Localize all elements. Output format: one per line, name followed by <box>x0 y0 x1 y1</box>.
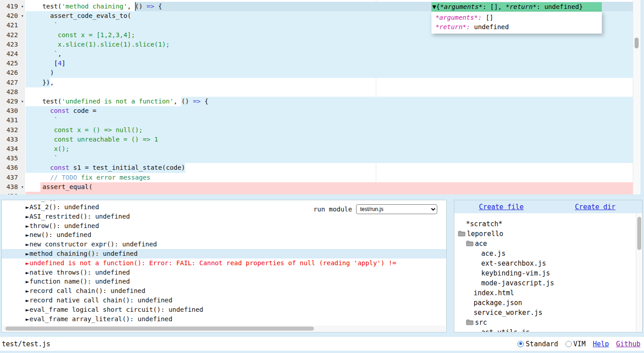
test-result-row[interactable]: ►new constructor expr(): undefined <box>2 240 446 249</box>
editor-scrollbar-thumb[interactable] <box>635 38 639 48</box>
test-result-row[interactable]: ►function name(): undefined <box>2 277 446 286</box>
file-tree-row[interactable]: keybinding-vim.js <box>454 268 636 278</box>
status-bar-right: Standard VIM Help Github <box>518 340 640 348</box>
code-token: 'undefined is not a function' <box>61 98 174 105</box>
expand-arrow-icon[interactable]: ► <box>26 200 29 202</box>
code-token: test( <box>27 3 61 10</box>
github-link[interactable]: Github <box>616 340 640 348</box>
expand-arrow-icon[interactable]: ► <box>26 316 29 323</box>
code-line[interactable]: x.slice(1).slice(1).slice(1); <box>0 40 633 49</box>
test-result-row[interactable]: ►throw(): undefined <box>2 221 446 231</box>
expand-arrow-icon[interactable]: ► <box>26 213 29 220</box>
code-line[interactable]: [4] <box>0 59 633 68</box>
code-token <box>27 116 54 124</box>
expand-arrow-icon[interactable]: ► <box>26 269 29 276</box>
radio-unselected-icon[interactable] <box>566 341 572 347</box>
tooltip-value: undefined <box>470 23 509 30</box>
test-result-row[interactable]: ►native throws(): undefined <box>2 268 446 277</box>
code-token: , <box>127 3 135 10</box>
code-line[interactable]: const s1 = test_initial_state(code) <box>0 163 633 172</box>
vim-radio-item[interactable]: VIM <box>566 340 586 348</box>
tooltip-header-seg: : undefined} <box>536 3 583 10</box>
run-module-select[interactable]: test/run.js <box>356 204 437 214</box>
test-result-row[interactable]: ►eval_frame array_literal(): undefined <box>2 314 446 324</box>
help-link[interactable]: Help <box>593 340 609 348</box>
code-line[interactable] <box>0 192 633 194</box>
run-module-control: run module test/run.js <box>313 204 437 214</box>
line-number: 425 <box>0 59 25 68</box>
expand-arrow-icon[interactable]: ► <box>26 241 29 248</box>
code-token: => <box>193 98 200 105</box>
file-tree-label: *scratch* <box>466 220 502 228</box>
expand-arrow-icon[interactable]: ► <box>26 204 29 211</box>
file-tree-label: ace <box>475 240 487 248</box>
tooltip-return-row[interactable]: *return*: undefined <box>435 22 602 32</box>
code-line[interactable]: const x = () => null(); <box>0 125 633 135</box>
file-tree-row[interactable]: leporello <box>454 229 636 239</box>
test-result-row[interactable]: ►new(): undefined <box>2 230 446 240</box>
test-result-row[interactable]: ►undefined is not a function(): Error: F… <box>2 258 446 268</box>
test-result-row[interactable]: ►method chaining(): undefined <box>2 249 446 258</box>
radio-selected-icon[interactable] <box>518 341 524 347</box>
fold-arrow-icon[interactable]: ▾ <box>21 182 24 192</box>
code-line[interactable]: x(); <box>0 144 633 154</box>
file-tree-row[interactable]: src <box>454 318 636 327</box>
code-line[interactable]: ` <box>0 154 633 163</box>
test-result-text: ASI_1(): undefined <box>30 200 99 202</box>
expand-arrow-icon[interactable]: ► <box>26 306 29 313</box>
create-dir-link[interactable]: Create dir <box>575 203 615 211</box>
results-horizontal-scrollbar[interactable] <box>2 326 446 331</box>
code-line[interactable]: // TODO fix error messages <box>0 173 633 182</box>
file-tree-row[interactable]: index.html <box>454 288 636 298</box>
test-result-row[interactable]: ►record call chain(): undefined <box>2 286 446 296</box>
expand-arrow-icon[interactable]: ► <box>26 278 29 285</box>
code-line[interactable]: `, <box>0 49 633 59</box>
code-line[interactable]: ) <box>0 68 633 77</box>
expand-arrow-icon[interactable]: ► <box>26 232 29 238</box>
file-tree-row[interactable]: package.json <box>454 298 636 308</box>
files-scrollbar-thumb[interactable] <box>637 217 641 250</box>
file-tree-row[interactable]: ext-searchbox.js <box>454 258 636 268</box>
test-result-row[interactable]: ►eval_frame logical short circuit(): und… <box>2 305 446 314</box>
expand-arrow-icon[interactable]: ► <box>26 223 29 229</box>
code-token: assert_code_evals_to( <box>27 12 131 19</box>
file-tree-label: package.json <box>474 299 522 307</box>
expand-arrow-icon[interactable]: ► <box>26 260 29 267</box>
test-result-row[interactable]: ►ASI_1(): undefined <box>2 200 446 202</box>
value-tooltip-header[interactable]: ▼{*arguments*: [], *return*: undefined} <box>431 2 602 12</box>
editor-vertical-scrollbar[interactable] <box>633 0 640 194</box>
code-line[interactable]: }), <box>0 78 633 87</box>
fold-arrow-icon[interactable]: ▾ <box>21 2 24 11</box>
file-tree-label: ace.js <box>481 250 505 258</box>
file-tree-row[interactable]: ast_utils.js <box>454 327 636 332</box>
code-line[interactable]: assert_equal( <box>0 182 633 192</box>
expand-arrow-icon[interactable]: ► <box>26 297 29 304</box>
expand-arrow-icon[interactable]: ► <box>26 288 29 294</box>
create-file-link[interactable]: Create file <box>479 203 523 211</box>
fold-arrow-icon[interactable]: ▾ <box>21 97 24 106</box>
results-scrollbar-thumb[interactable] <box>5 327 314 331</box>
code-line[interactable]: test('undefined is not a function', () =… <box>0 97 633 106</box>
code-line[interactable]: const code = <box>0 106 633 116</box>
file-tree-row[interactable]: service_worker.js <box>454 308 636 318</box>
code-line[interactable]: const unreachable = () => 1 <box>0 135 633 144</box>
files-vertical-scrollbar[interactable] <box>636 213 642 332</box>
fold-arrow-icon[interactable]: ▾ <box>21 11 24 21</box>
tooltip-arguments-row[interactable]: *arguments*: [] <box>435 13 602 22</box>
folder-icon <box>458 229 466 239</box>
code-line[interactable]: ` <box>0 116 633 125</box>
line-number: 428 <box>0 87 25 97</box>
file-tree-row[interactable]: mode-javascript.js <box>454 278 636 288</box>
line-number: 423 <box>0 40 25 49</box>
code-token: x.slice(1).slice(1).slice(1); <box>27 41 170 48</box>
file-tree-row[interactable]: ace.js <box>454 249 636 258</box>
line-highlight <box>26 106 633 116</box>
code-text: `, <box>27 49 61 59</box>
file-tree-row[interactable]: ace <box>454 239 636 249</box>
standard-radio-item[interactable]: Standard <box>518 340 558 348</box>
expand-arrow-icon[interactable]: ► <box>26 250 29 257</box>
file-tree-row[interactable]: *scratch* <box>454 219 636 229</box>
test-result-row[interactable]: ►record native call chain(): undefined <box>2 296 446 305</box>
code-line[interactable] <box>0 87 633 97</box>
files-panel: Create file Create dir *scratch*leporell… <box>454 200 643 332</box>
